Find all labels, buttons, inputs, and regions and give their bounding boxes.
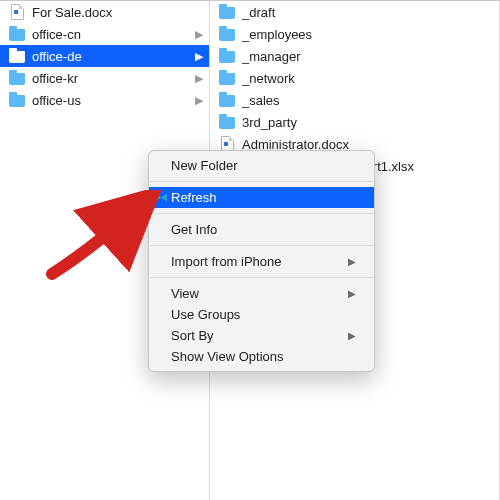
menu-separator [150,277,373,278]
folder-row[interactable]: 3rd_party [210,111,499,133]
file-label: _employees [242,27,495,42]
folder-icon [218,91,236,109]
chevron-right-icon: ▶ [348,330,356,341]
context-menu: New FolderRefreshGet InfoImport from iPh… [148,150,375,372]
menu-separator [150,245,373,246]
menu-item-label: Refresh [171,190,217,205]
folder-row[interactable]: office-kr▶ [0,67,209,89]
file-label: office-kr [32,71,193,86]
chevron-right-icon: ▶ [348,288,356,299]
folder-icon [218,3,236,21]
menu-item-sort-by[interactable]: Sort By▶ [149,325,374,346]
folder-icon [218,25,236,43]
menu-item-view[interactable]: View▶ [149,283,374,304]
menu-item-label: Sort By [171,328,214,343]
folder-row[interactable]: _manager [210,45,499,67]
menu-item-use-groups[interactable]: Use Groups [149,304,374,325]
file-row[interactable]: For Sale.docx [0,1,209,23]
folder-icon [218,113,236,131]
menu-separator [150,213,373,214]
menu-item-refresh[interactable]: Refresh [149,187,374,208]
file-label: _manager [242,49,495,64]
folder-row[interactable]: _sales [210,89,499,111]
chevron-right-icon: ▶ [193,94,205,107]
menu-item-label: Use Groups [171,307,240,322]
folder-row[interactable]: office-de▶ [0,45,209,67]
folder-row[interactable]: _employees [210,23,499,45]
chevron-right-icon: ▶ [348,256,356,267]
file-label: For Sale.docx [32,5,205,20]
menu-separator [150,181,373,182]
file-label: office-us [32,93,193,108]
folder-row[interactable]: _draft [210,1,499,23]
chevron-right-icon: ▶ [193,72,205,85]
menu-item-new-folder[interactable]: New Folder [149,155,374,176]
menu-item-import-from-iphone[interactable]: Import from iPhone▶ [149,251,374,272]
menu-item-show-view-options[interactable]: Show View Options [149,346,374,367]
docx-file-icon [8,3,26,21]
menu-item-label: Show View Options [171,349,284,364]
menu-item-label: View [171,286,199,301]
file-label: _network [242,71,495,86]
menu-item-label: Import from iPhone [171,254,282,269]
file-label: 3rd_party [242,115,495,130]
chevron-right-icon: ▶ [193,28,205,41]
folder-icon [8,25,26,43]
folder-icon [8,91,26,109]
menu-item-get-info[interactable]: Get Info [149,219,374,240]
file-label: office-de [32,49,193,64]
file-label: office-cn [32,27,193,42]
menu-item-label: Get Info [171,222,217,237]
folder-icon [8,69,26,87]
folder-icon [218,47,236,65]
folder-row[interactable]: office-cn▶ [0,23,209,45]
folder-row[interactable]: _network [210,67,499,89]
refresh-icon [154,191,167,204]
file-label: _draft [242,5,495,20]
file-label: _sales [242,93,495,108]
menu-item-label: New Folder [171,158,237,173]
chevron-right-icon: ▶ [193,50,205,63]
folder-icon [8,47,26,65]
folder-row[interactable]: office-us▶ [0,89,209,111]
folder-icon [218,69,236,87]
